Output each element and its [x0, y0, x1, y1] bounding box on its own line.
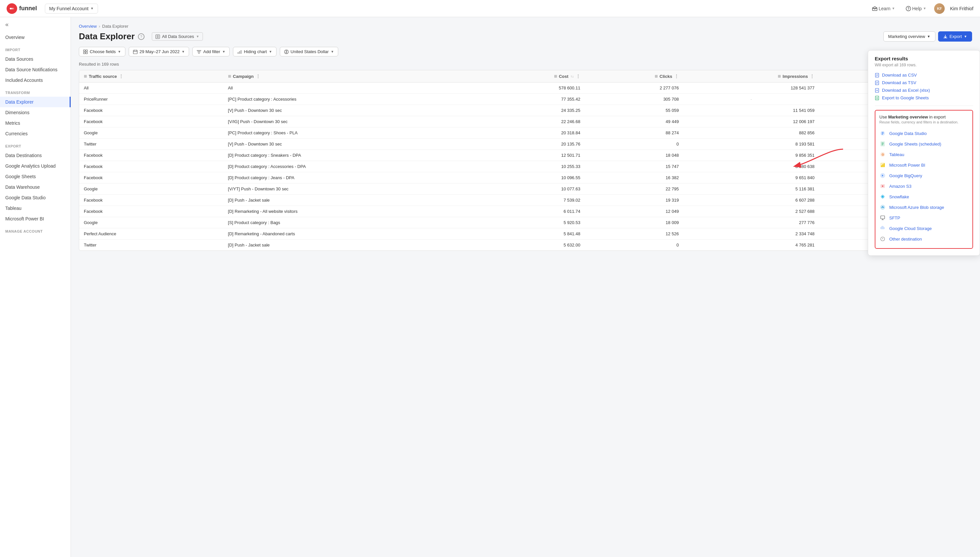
sidebar-item-overview[interactable]: Overview: [0, 32, 71, 42]
sidebar-manage-section: Manage Account: [0, 224, 71, 235]
sidebar-item-data-explorer[interactable]: Data Explorer: [0, 97, 71, 107]
sidebar-item-google-data-studio[interactable]: Google Data Studio: [0, 192, 71, 203]
col-header-traffic-source[interactable]: ⊞ Traffic source ⋮: [79, 70, 223, 83]
sidebar-item-tableau[interactable]: Tableau: [0, 203, 71, 213]
sidebar-item-currencies[interactable]: Currencies: [0, 129, 71, 139]
sidebar-item-microsoft-power-bi[interactable]: Microsoft Power BI: [0, 213, 71, 224]
sidebar-item-dimensions[interactable]: Dimensions: [0, 107, 71, 118]
destination-list-item[interactable]: Google Sheets (scheduled): [879, 138, 969, 149]
destination-list-item[interactable]: Snowflake: [879, 191, 969, 202]
sidebar-item-metrics[interactable]: Metrics: [0, 118, 71, 129]
overview-label: Overview: [5, 35, 24, 40]
col-more-icon-campaign[interactable]: ⋮: [256, 73, 260, 79]
data-source-notifications-label: Data Source Notifications: [5, 67, 57, 72]
sidebar-item-google-analytics-upload[interactable]: Google Analytics Upload: [0, 161, 71, 171]
svg-rect-12: [86, 50, 88, 52]
tsv-icon: [875, 80, 879, 85]
add-filter-button[interactable]: Add filter ▼: [192, 47, 230, 56]
col-header-clicks[interactable]: ⊞ Clicks ⋮: [585, 70, 684, 83]
help-button[interactable]: ? Help ▼: [903, 5, 929, 13]
sort-icon-cost[interactable]: ↑↓: [570, 75, 574, 78]
svg-rect-19: [238, 52, 239, 54]
sidebar-item-data-destinations[interactable]: Data Destinations: [0, 150, 71, 161]
topbar: funnel My Funnel Account ▼ Learn ▼ ? Hel…: [0, 0, 980, 17]
col-header-campaign[interactable]: ⊞ Campaign ⋮: [223, 70, 480, 83]
cell-7-1: [D] Product category : Accessories - DPA: [223, 161, 480, 172]
marketing-overview-button[interactable]: Marketing overview ▼: [883, 31, 936, 42]
sidebar-item-data-sources[interactable]: Data Sources: [0, 54, 71, 64]
col-label-cost: Cost: [559, 74, 568, 79]
account-name: My Funnel Account: [49, 6, 88, 11]
col-more-icon-traffic-source[interactable]: ⋮: [119, 73, 124, 79]
hiding-chart-button[interactable]: Hiding chart ▼: [233, 47, 276, 56]
cell-9-4: 5 116 381: [683, 184, 819, 195]
datasource-filter-pill[interactable]: All Data Sources ▼: [152, 33, 203, 41]
marketing-use-section: Use Marketing overview in export Reuse f…: [875, 110, 973, 249]
cell-1-2: 77 355.42: [480, 94, 585, 105]
destination-list-item[interactable]: Google Data Studio: [879, 128, 969, 138]
page-title: Data Explorer: [79, 31, 135, 42]
sidebar-item-google-sheets[interactable]: Google Sheets: [0, 171, 71, 182]
col-more-icon-clicks[interactable]: ⋮: [674, 73, 679, 79]
sidebar-item-included-accounts[interactable]: Included Accounts: [0, 75, 71, 85]
account-selector[interactable]: My Funnel Account ▼: [45, 3, 98, 13]
svg-rect-32: [881, 165, 882, 167]
sidebar-collapse-button[interactable]: «: [0, 17, 71, 32]
destination-list-item[interactable]: Other destination: [879, 234, 969, 244]
col-more-icon-impressions[interactable]: ⋮: [810, 73, 814, 79]
col-header-cost[interactable]: ⊞ Cost ↑↓ ⋮: [480, 70, 585, 83]
choose-fields-button[interactable]: Choose fields ▼: [79, 47, 125, 56]
dest-name-0: Google Data Studio: [889, 131, 926, 136]
destination-list-item[interactable]: Google Cloud Storage: [879, 223, 969, 234]
svg-rect-39: [881, 216, 885, 219]
cell-5-0: Twitter: [79, 138, 223, 150]
col-grid-icon-cost: ⊞: [554, 74, 557, 78]
avatar[interactable]: KF: [934, 3, 945, 14]
sidebar-item-data-source-notifications[interactable]: Data Source Notifications: [0, 64, 71, 75]
cell-11-3: 12 049: [585, 206, 684, 217]
cell-2-0: Facebook: [79, 105, 223, 116]
download-csv-link[interactable]: Download as CSV: [875, 71, 973, 79]
page-title-row: Data Explorer ? All Data Sources ▼ Marke…: [79, 31, 972, 42]
table-row: Facebook[D] Product category : Jeans - D…: [79, 172, 972, 184]
logo-text: funnel: [19, 5, 37, 12]
breadcrumb: Overview › Data Explorer: [79, 24, 972, 29]
cell-3-4: 12 006 197: [683, 116, 819, 127]
svg-rect-11: [83, 50, 85, 52]
download-tsv-link[interactable]: Download as TSV: [875, 79, 973, 86]
col-grid-icon-impressions: ⊞: [778, 74, 781, 78]
col-more-icon-cost[interactable]: ⋮: [576, 73, 580, 79]
destination-list-item[interactable]: Microsoft Azure Blob storage: [879, 202, 969, 212]
sidebar: « Overview Import Data Sources Data Sour…: [0, 17, 71, 557]
date-range-button[interactable]: 29 May–27 Jun 2022 ▼: [129, 47, 189, 56]
destination-list-item[interactable]: Microsoft Power BI: [879, 160, 969, 170]
page-title-section: Data Explorer ? All Data Sources ▼: [79, 31, 203, 42]
logo[interactable]: funnel: [7, 3, 37, 14]
destination-list-item[interactable]: Amazon S3: [879, 181, 969, 191]
cell-1-4: -: [683, 94, 819, 105]
cell-8-1: [D] Product category : Jeans - DPA: [223, 172, 480, 184]
dest-name-9: Google Cloud Storage: [889, 226, 932, 231]
col-header-impressions[interactable]: ⊞ Impressions ⋮: [683, 70, 819, 83]
export-button[interactable]: Export ▼: [938, 31, 972, 42]
help-chevron-icon: ▼: [923, 7, 926, 10]
breadcrumb-overview[interactable]: Overview: [79, 24, 97, 29]
download-excel-link[interactable]: Download as Excel (xlsx): [875, 86, 973, 94]
logo-icon: [7, 3, 17, 14]
dest-icon-3: [879, 162, 886, 168]
google-data-studio-label: Google Data Studio: [5, 195, 46, 200]
learn-button[interactable]: Learn ▼: [869, 5, 898, 13]
col-label-impressions: Impressions: [783, 74, 808, 79]
dest-name-10: Other destination: [889, 236, 922, 241]
destination-list-item[interactable]: ⚙ Tableau: [879, 149, 969, 160]
data-table-wrapper: ⊞ Traffic source ⋮ ⊞ Campaign ⋮: [79, 70, 972, 251]
sidebar-item-data-warehouse[interactable]: Data Warehouse: [0, 182, 71, 192]
currency-button[interactable]: United States Dollar ▼: [280, 47, 339, 56]
export-google-sheets-link[interactable]: Export to Google Sheets: [875, 94, 973, 102]
destination-list-item[interactable]: Google BigQuery: [879, 170, 969, 181]
sidebar-import-section: Import: [0, 42, 71, 54]
cell-9-2: 10 077.63: [480, 184, 585, 195]
destination-list-item[interactable]: SFTP: [879, 212, 969, 223]
cell-8-2: 10 096.55: [480, 172, 585, 184]
help-icon[interactable]: ?: [138, 33, 145, 40]
